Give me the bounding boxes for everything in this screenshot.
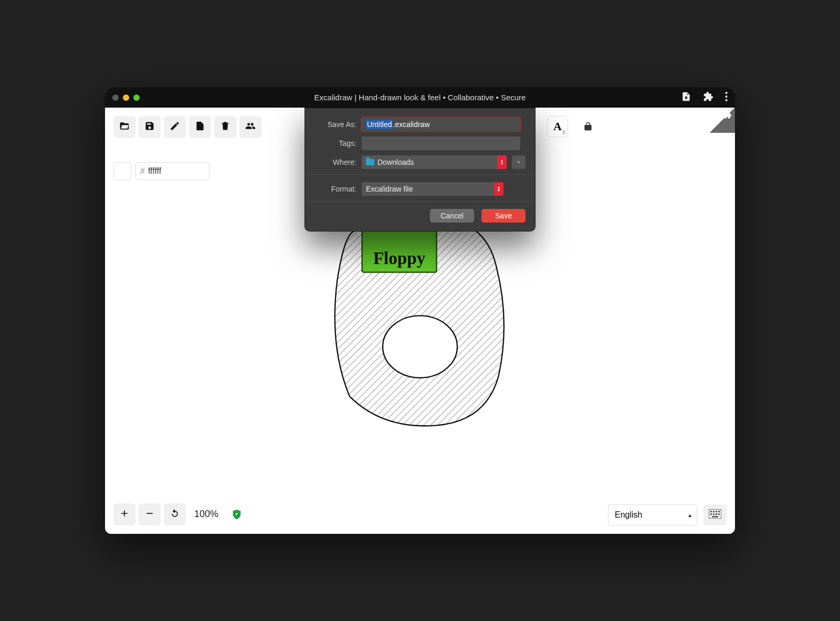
background-color-row: # bbox=[113, 162, 209, 180]
zoom-in-button[interactable] bbox=[113, 503, 135, 525]
where-label: Where: bbox=[314, 158, 356, 166]
background-swatch[interactable] bbox=[113, 162, 131, 180]
titlebar: Excalidraw | Hand-drawn look & feel • Co… bbox=[105, 88, 735, 108]
export-icon bbox=[195, 121, 205, 133]
svg-rect-7 bbox=[716, 511, 717, 512]
page-title: Excalidraw | Hand-drawn look & feel • Co… bbox=[314, 93, 526, 102]
language-selected-label: English bbox=[615, 510, 642, 520]
svg-point-0 bbox=[726, 92, 728, 94]
open-file-button[interactable] bbox=[113, 116, 135, 138]
save-as-button[interactable] bbox=[164, 116, 186, 138]
window-minimize-button[interactable] bbox=[123, 94, 129, 101]
svg-rect-5 bbox=[710, 511, 712, 512]
saveas-label: Save As: bbox=[314, 120, 356, 129]
file-toolbar bbox=[113, 116, 261, 138]
zoom-reset-button[interactable] bbox=[164, 503, 186, 525]
hex-input-wrapper: # bbox=[135, 162, 209, 180]
zoom-toolbar: 100% bbox=[113, 503, 243, 525]
where-select[interactable]: Downloads ▲▼ bbox=[362, 155, 507, 169]
svg-rect-9 bbox=[710, 513, 712, 515]
select-stepper-icon: ▲▼ bbox=[494, 182, 503, 196]
clear-canvas-button[interactable] bbox=[214, 116, 236, 138]
keyboard-icon bbox=[709, 509, 721, 521]
zoom-level-label: 100% bbox=[194, 509, 218, 520]
extensions-icon[interactable] bbox=[703, 91, 713, 104]
pencil-save-icon bbox=[170, 121, 180, 133]
text-tool-index: 8 bbox=[562, 130, 565, 135]
svg-point-1 bbox=[726, 96, 728, 98]
cancel-button[interactable]: Cancel bbox=[430, 209, 474, 223]
svg-rect-8 bbox=[718, 511, 720, 512]
floppy-label-text: Floppy bbox=[373, 248, 426, 267]
saveas-filename-extension: .excalidraw bbox=[393, 120, 429, 129]
folder-icon bbox=[366, 159, 374, 165]
where-value: Downloads bbox=[377, 158, 414, 166]
svg-rect-11 bbox=[716, 513, 717, 515]
browser-menu-icon[interactable] bbox=[725, 91, 728, 104]
svg-point-2 bbox=[726, 99, 728, 101]
folder-open-icon bbox=[119, 121, 130, 133]
plus-icon bbox=[119, 508, 130, 520]
format-value: Excalidraw file bbox=[366, 185, 413, 193]
tags-label: Tags: bbox=[314, 139, 356, 148]
language-select[interactable]: English bbox=[608, 504, 697, 525]
canvas-drawing[interactable]: Floppy bbox=[310, 260, 530, 475]
saveas-filename-selected: Untitled bbox=[366, 120, 393, 129]
tags-field[interactable] bbox=[362, 136, 520, 150]
reset-icon bbox=[170, 508, 180, 520]
users-icon bbox=[245, 121, 256, 133]
lock-toggle[interactable] bbox=[579, 117, 597, 136]
save-button[interactable]: Save bbox=[481, 209, 526, 223]
format-label: Format: bbox=[314, 185, 356, 193]
encrypted-shield-icon bbox=[231, 509, 243, 520]
floppy-hub bbox=[383, 315, 457, 377]
svg-rect-12 bbox=[718, 513, 720, 515]
svg-rect-13 bbox=[712, 516, 718, 518]
format-select[interactable]: Excalidraw file ▲▼ bbox=[362, 182, 503, 196]
window-controls bbox=[112, 94, 140, 101]
select-stepper-icon: ▲▼ bbox=[497, 155, 507, 169]
bottom-right-controls: English bbox=[608, 504, 727, 525]
shape-toolbar-tail: A 8 bbox=[547, 116, 597, 137]
minus-icon bbox=[144, 508, 155, 520]
dialog-separator bbox=[305, 174, 535, 175]
save-icon bbox=[144, 121, 155, 133]
trash-icon bbox=[220, 121, 230, 133]
keyboard-shortcuts-button[interactable] bbox=[704, 504, 727, 525]
collaborate-button[interactable] bbox=[239, 116, 261, 138]
window-close-button[interactable] bbox=[112, 94, 119, 101]
browser-window: Excalidraw | Hand-drawn look & feel • Co… bbox=[105, 88, 735, 534]
svg-rect-6 bbox=[713, 511, 715, 512]
dialog-separator bbox=[305, 201, 535, 202]
save-dialog: Save As: Untitled.excalidraw Tags: Where… bbox=[304, 108, 536, 231]
app-canvas-area: A 8 # bbox=[105, 108, 735, 534]
text-tool-label: A bbox=[553, 120, 562, 133]
export-button[interactable] bbox=[189, 116, 211, 138]
saveas-field[interactable]: Untitled.excalidraw bbox=[362, 118, 520, 131]
zoom-out-button[interactable] bbox=[139, 503, 161, 525]
github-corner[interactable] bbox=[710, 108, 735, 133]
hex-input[interactable] bbox=[147, 166, 205, 176]
install-app-icon[interactable] bbox=[681, 91, 691, 104]
text-tool-button[interactable]: A 8 bbox=[547, 116, 568, 137]
save-button[interactable] bbox=[139, 116, 161, 138]
hash-symbol: # bbox=[140, 166, 145, 176]
window-fullscreen-button[interactable] bbox=[133, 94, 140, 101]
expand-save-panel-button[interactable] bbox=[512, 155, 526, 169]
svg-rect-10 bbox=[713, 513, 715, 515]
